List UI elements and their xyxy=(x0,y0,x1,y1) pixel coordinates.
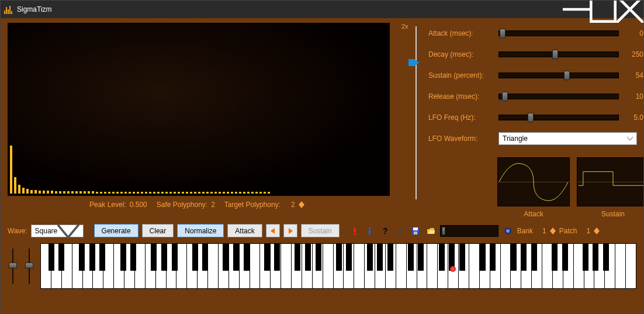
black-key[interactable] xyxy=(264,244,270,271)
black-key[interactable] xyxy=(346,244,352,271)
black-key[interactable] xyxy=(480,244,486,271)
white-key[interactable] xyxy=(323,244,334,288)
black-key[interactable] xyxy=(161,244,167,271)
black-key[interactable] xyxy=(336,244,342,271)
black-key[interactable] xyxy=(521,244,527,271)
arrow-right-button[interactable] xyxy=(283,224,297,237)
white-key[interactable] xyxy=(626,244,636,288)
svg-rect-3 xyxy=(354,227,356,233)
patch-stepper[interactable] xyxy=(594,227,600,234)
param-slider-0[interactable] xyxy=(498,28,619,39)
white-key[interactable] xyxy=(281,244,292,288)
black-key[interactable] xyxy=(120,244,126,271)
black-key[interactable] xyxy=(316,244,321,271)
white-key[interactable] xyxy=(354,244,365,288)
clear-button[interactable]: Clear xyxy=(142,224,174,237)
white-key[interactable] xyxy=(208,244,219,288)
black-key[interactable] xyxy=(305,244,311,271)
black-key[interactable] xyxy=(562,244,568,271)
black-key[interactable] xyxy=(408,244,414,271)
black-key[interactable] xyxy=(511,244,517,271)
black-key[interactable] xyxy=(223,244,228,271)
black-key[interactable] xyxy=(583,244,588,271)
black-key[interactable] xyxy=(552,244,558,271)
piano-keyboard[interactable] xyxy=(40,243,636,289)
param-value: 10 xyxy=(626,92,643,101)
black-key[interactable] xyxy=(377,244,383,271)
black-key[interactable] xyxy=(233,244,239,271)
black-key[interactable] xyxy=(49,244,54,271)
white-key[interactable] xyxy=(250,244,261,288)
bank-label: Bank xyxy=(517,227,533,235)
target-polyphony-stepper[interactable] xyxy=(299,201,304,208)
white-key[interactable] xyxy=(501,244,511,288)
white-key[interactable] xyxy=(135,244,146,288)
panic-button[interactable] xyxy=(349,224,361,237)
black-key[interactable] xyxy=(130,244,136,271)
maximize-button[interactable] xyxy=(590,1,617,18)
black-key[interactable] xyxy=(531,244,537,271)
black-key[interactable] xyxy=(593,244,598,271)
sustain-preview-label: Sustain xyxy=(577,210,644,218)
lfo-waveform-value: Triangle xyxy=(503,134,528,143)
black-key[interactable] xyxy=(274,244,280,271)
param-label: LFO Freq (Hz): xyxy=(428,113,491,122)
white-key[interactable] xyxy=(427,244,438,288)
black-key[interactable] xyxy=(367,244,373,271)
pitch-wheel[interactable] xyxy=(8,249,18,284)
attack-button[interactable]: Attack xyxy=(227,224,262,237)
slider-thumb-icon[interactable] xyxy=(408,59,419,66)
black-key[interactable] xyxy=(418,244,424,271)
wave-dropdown[interactable]: Square xyxy=(31,225,84,237)
middle-c-indicator xyxy=(450,266,456,272)
generate-button[interactable]: Generate xyxy=(94,224,139,237)
black-key[interactable] xyxy=(244,244,250,271)
param-slider-4[interactable] xyxy=(498,112,619,123)
param-value: 0 xyxy=(626,29,643,37)
black-key[interactable] xyxy=(490,244,496,271)
spectrum-display[interactable] xyxy=(8,23,390,196)
bank-stepper[interactable] xyxy=(550,227,556,234)
black-key[interactable] xyxy=(387,244,393,271)
speaker-button[interactable] xyxy=(502,224,514,237)
black-key[interactable] xyxy=(151,244,157,271)
svg-rect-4 xyxy=(354,233,356,235)
svg-rect-6 xyxy=(369,230,371,234)
settings-button[interactable] xyxy=(394,224,406,237)
param-slider-2[interactable] xyxy=(498,70,619,81)
svg-point-12 xyxy=(506,229,510,233)
minimize-button[interactable] xyxy=(563,1,590,18)
normalize-button[interactable]: Normalize xyxy=(177,224,224,237)
black-key[interactable] xyxy=(202,244,208,271)
param-slider-1[interactable] xyxy=(498,49,619,60)
harmonic-zoom-slider[interactable]: 2x xyxy=(411,23,423,218)
white-key[interactable] xyxy=(469,244,480,288)
param-slider-3[interactable] xyxy=(498,91,619,102)
mod-wheel[interactable] xyxy=(24,249,34,284)
black-key[interactable] xyxy=(99,244,105,271)
white-key[interactable] xyxy=(396,244,407,288)
patch-value: 1 xyxy=(586,227,590,235)
black-key[interactable] xyxy=(79,244,85,271)
black-key[interactable] xyxy=(58,244,64,271)
black-key[interactable] xyxy=(192,244,198,271)
open-button[interactable] xyxy=(425,224,437,237)
volume-slider[interactable] xyxy=(440,225,498,237)
lfo-waveform-dropdown[interactable]: Triangle xyxy=(498,132,637,145)
info-button[interactable] xyxy=(364,224,376,237)
black-key[interactable] xyxy=(459,244,465,271)
black-key[interactable] xyxy=(295,244,300,271)
white-key[interactable] xyxy=(176,244,187,288)
close-button[interactable] xyxy=(617,1,643,18)
black-key[interactable] xyxy=(172,244,178,271)
white-key[interactable] xyxy=(615,244,626,288)
sustain-button[interactable]: Sustain xyxy=(301,224,340,237)
titlebar: SigmaTizm xyxy=(1,1,643,18)
black-key[interactable] xyxy=(89,244,95,271)
save-button[interactable] xyxy=(410,224,421,237)
help-button[interactable]: ? xyxy=(379,224,391,237)
slider-thumb-icon[interactable] xyxy=(442,227,445,235)
black-key[interactable] xyxy=(603,244,609,271)
black-key[interactable] xyxy=(439,244,445,271)
arrow-left-button[interactable] xyxy=(266,224,280,237)
